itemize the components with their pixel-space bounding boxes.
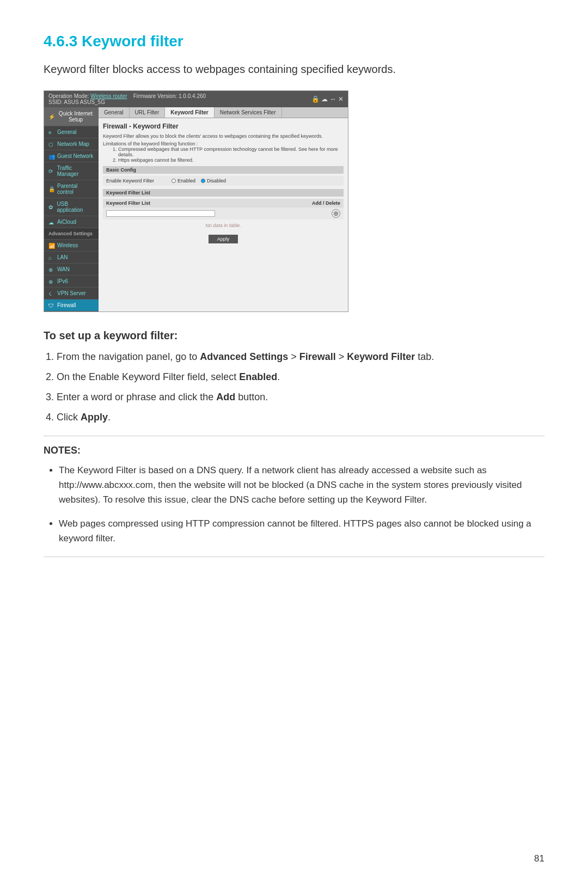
router-top-bar: Operation Mode: Wireless router Firmware… bbox=[44, 91, 348, 107]
enable-filter-label: Enable Keyword Filter bbox=[106, 178, 171, 184]
intro-text: Keyword filter blocks access to webpages… bbox=[44, 61, 544, 77]
sidebar-item-network-map[interactable]: ⬡ Network Map bbox=[44, 138, 99, 150]
content-limitations: Limitations of the keyword filtering fun… bbox=[103, 141, 344, 163]
wan-icon: ⊕ bbox=[48, 267, 55, 272]
sidebar-item-ipv6[interactable]: ⊕ IPv6 bbox=[44, 276, 99, 288]
radio-group: Enabled Disabled bbox=[171, 178, 226, 184]
radio-disabled[interactable]: Disabled bbox=[201, 178, 226, 184]
tab-keyword-filter[interactable]: Keyword Filter bbox=[165, 107, 214, 118]
sidebar-item-parental-control[interactable]: 🔒 Parental control bbox=[44, 180, 99, 198]
step-1: From the navigation panel, go to Advance… bbox=[57, 350, 544, 364]
usb-application-icon: ✿ bbox=[48, 204, 55, 210]
filter-list-section: Keyword Filter List bbox=[103, 189, 344, 197]
ipv6-icon: ⊕ bbox=[48, 279, 55, 284]
sidebar-item-general[interactable]: ≡ General bbox=[44, 126, 99, 138]
sidebar-item-vpn-server[interactable]: ☇ VPN Server bbox=[44, 288, 99, 300]
router-top-icons: 🔒 ☁ ↔ ✕ bbox=[311, 95, 344, 103]
tab-url-filter[interactable]: URL Filter bbox=[130, 107, 166, 118]
notes-section: NOTES: The Keyword Filter is based on a … bbox=[44, 436, 544, 546]
bottom-rule bbox=[44, 557, 544, 557]
mode-info: Operation Mode: Wireless router Firmware… bbox=[48, 93, 206, 105]
vpn-server-icon: ☇ bbox=[48, 291, 55, 296]
radio-enabled[interactable]: Enabled bbox=[171, 178, 195, 184]
filter-list-header: Keyword Filter List Add / Delete bbox=[103, 199, 344, 207]
limitation-2: Https webpages cannot be filtered. bbox=[118, 157, 344, 163]
keyword-filter-input[interactable] bbox=[106, 210, 215, 217]
steps-list: From the navigation panel, go to Advance… bbox=[57, 350, 544, 425]
guest-network-icon: 👥 bbox=[48, 154, 55, 159]
notes-title: NOTES: bbox=[44, 445, 544, 456]
basic-config-section: Basic Config bbox=[103, 166, 344, 174]
router-screenshot: Operation Mode: Wireless router Firmware… bbox=[44, 90, 348, 312]
traffic-manager-icon: ⟳ bbox=[48, 168, 55, 174]
sidebar-item-traffic-manager[interactable]: ⟳ Traffic Manager bbox=[44, 162, 99, 180]
radio-disabled-dot bbox=[201, 179, 205, 183]
step-2: On the Enable Keyword Filter field, sele… bbox=[57, 370, 544, 384]
section-title: 4.6.3 Keyword filter bbox=[44, 33, 544, 50]
notes-list: The Keyword Filter is based on a DNS que… bbox=[59, 463, 544, 546]
sidebar-item-lan[interactable]: ⌂ LAN bbox=[44, 252, 99, 264]
router-layout: ⚡ Quick Internet Setup ≡ General ⬡ Netwo… bbox=[44, 107, 348, 311]
radio-enabled-dot bbox=[171, 179, 176, 183]
filter-list-row: ⊕ bbox=[103, 207, 344, 219]
content-page-title: Firewall - Keyword Filter bbox=[103, 123, 344, 130]
sidebar-item-wan[interactable]: ⊕ WAN bbox=[44, 264, 99, 276]
sidebar-item-aicloud[interactable]: ☁ AiCloud bbox=[44, 216, 99, 228]
firewall-icon: 🛡 bbox=[48, 303, 55, 308]
setup-title: To set up a keyword filter: bbox=[44, 329, 544, 342]
router-main: General URL Filter Keyword Filter Networ… bbox=[99, 107, 348, 311]
sidebar-section-advanced-settings: Advanced Settings bbox=[44, 228, 99, 240]
no-data-text: No data in table. bbox=[103, 219, 344, 231]
network-map-icon: ⬡ bbox=[48, 142, 55, 147]
wireless-icon: 📶 bbox=[48, 243, 55, 248]
apply-row: Apply bbox=[103, 231, 344, 247]
step-4: Click Apply. bbox=[57, 410, 544, 425]
router-tabs: General URL Filter Keyword Filter Networ… bbox=[99, 107, 348, 118]
sidebar-item-firewall[interactable]: 🛡 Firewall bbox=[44, 300, 99, 311]
aicloud-icon: ☁ bbox=[48, 219, 55, 225]
note-1: The Keyword Filter is based on a DNS que… bbox=[59, 463, 544, 508]
note-2: Web pages compressed using HTTP compress… bbox=[59, 516, 544, 546]
content-description: Keyword Filter allows you to block the c… bbox=[103, 133, 344, 139]
sidebar-quick-internet: ⚡ Quick Internet Setup bbox=[44, 107, 99, 126]
sidebar-item-wireless[interactable]: 📶 Wireless bbox=[44, 240, 99, 252]
tab-network-services-filter[interactable]: Network Services Filter bbox=[215, 107, 282, 118]
router-content: Firewall - Keyword Filter Keyword Filter… bbox=[99, 118, 348, 251]
router-sidebar: ⚡ Quick Internet Setup ≡ General ⬡ Netwo… bbox=[44, 107, 99, 311]
tab-general[interactable]: General bbox=[99, 107, 130, 118]
step-3: Enter a word or phrase and click the Add… bbox=[57, 390, 544, 405]
general-icon: ≡ bbox=[48, 130, 55, 135]
add-keyword-button[interactable]: ⊕ bbox=[332, 209, 340, 218]
apply-button[interactable]: Apply bbox=[209, 235, 238, 243]
lan-icon: ⌂ bbox=[48, 255, 55, 260]
enable-filter-row: Enable Keyword Filter Enabled Disabled bbox=[103, 176, 344, 186]
limitation-1: Compressed webpages that use HTTP compre… bbox=[118, 146, 344, 157]
page-number: 81 bbox=[534, 853, 544, 864]
sidebar-item-usb-application[interactable]: ✿ USB application bbox=[44, 198, 99, 216]
sidebar-item-guest-network[interactable]: 👥 Guest Network bbox=[44, 150, 99, 162]
parental-control-icon: 🔒 bbox=[48, 186, 55, 192]
